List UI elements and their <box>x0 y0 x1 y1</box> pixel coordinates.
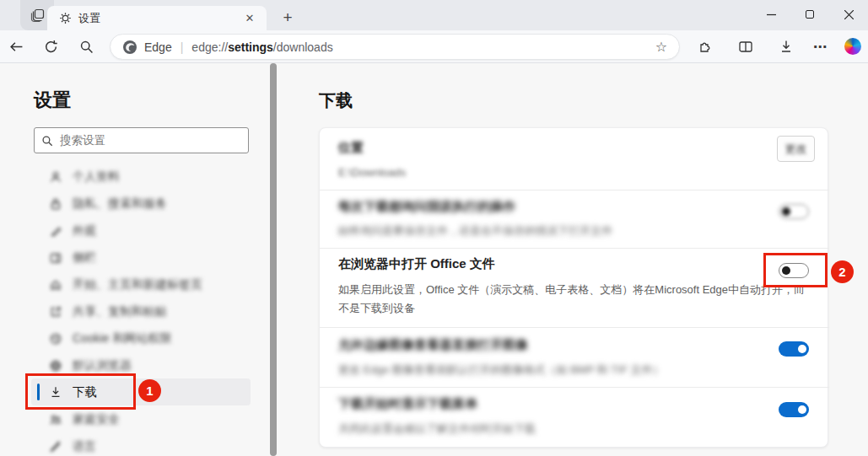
change-location-button[interactable]: 更改 <box>777 136 815 162</box>
appearance-icon <box>49 224 62 238</box>
row-subtitle: 如果启用此设置，Office 文件（演示文稿、电子表格、文档）将在Microso… <box>338 281 816 318</box>
annotation-badge-2: 2 <box>831 260 854 283</box>
settings-title: 设置 <box>34 88 71 113</box>
search-button[interactable] <box>73 34 99 59</box>
split-screen-icon[interactable] <box>733 34 758 59</box>
sidebar-item-label: 侧栏 <box>73 250 96 266</box>
sidebar-item-label: 默认浏览器 <box>73 358 132 373</box>
page-title: 下载 <box>319 89 353 112</box>
more-icon[interactable]: ⋯ <box>807 34 833 59</box>
refresh-button[interactable] <box>38 34 63 59</box>
search-icon <box>41 135 53 147</box>
sidebar-item-sidebar[interactable]: 侧栏 <box>31 244 251 271</box>
back-button[interactable] <box>3 34 29 59</box>
family-icon <box>49 413 62 426</box>
downloads-toolbar-icon[interactable] <box>774 34 799 59</box>
sidebar-scrollbar[interactable] <box>270 63 277 456</box>
row-divider <box>320 248 829 249</box>
location-value: E:\Downloads <box>338 164 816 182</box>
sidebar-item-share-copy-paste[interactable]: 共享、复制和粘贴 <box>31 298 251 325</box>
edge-logo-icon <box>122 40 137 55</box>
row-subtitle: 始终询问是要保存文件，还是在不保存的情况下打开文件 <box>338 222 816 240</box>
annotation-badge-1: 1 <box>138 379 161 402</box>
tab-strip: 设置 ✕ + <box>0 0 868 30</box>
row-divider <box>320 190 829 190</box>
tab-close-icon[interactable]: ✕ <box>241 10 258 27</box>
workspaces-icon <box>30 8 45 23</box>
row-divider <box>320 327 829 328</box>
annotation-box-office-toggle <box>763 253 828 287</box>
row-title: 在浏览器中打开 Office 文件 <box>338 256 495 272</box>
extensions-icon[interactable] <box>693 34 718 59</box>
omnibox-divider: | <box>181 40 184 54</box>
gear-icon <box>59 12 72 24</box>
annotation-box-downloads <box>25 373 136 410</box>
profile-icon <box>49 170 62 184</box>
close-button[interactable] <box>829 0 868 29</box>
search-input[interactable] <box>60 134 220 147</box>
tab-settings[interactable]: 设置 ✕ <box>47 6 267 30</box>
sidebar-item-label: 家庭安全 <box>73 412 120 427</box>
sidebar-item-label: Cookie 和网站权限 <box>73 331 171 346</box>
settings-search-box[interactable] <box>34 127 249 153</box>
location-title: 位置 <box>338 140 364 156</box>
privacy-icon <box>49 197 62 211</box>
new-tab-button[interactable]: + <box>277 7 299 29</box>
row-subtitle: 关闭此设置会难以了解文件何时开始下载 <box>338 420 816 438</box>
toggle-image-viewer[interactable] <box>779 341 809 357</box>
sidebar-item-privacy[interactable]: 隐私、搜索和服务 <box>31 190 251 217</box>
browser-toolbar: Edge | edge://settings/downloads ☆ ⋯ <box>0 30 868 63</box>
toggle-show-downloads-menu[interactable] <box>779 402 809 417</box>
maximize-icon <box>806 10 814 19</box>
sidebar-item-profile[interactable]: 个人资料 <box>31 164 251 190</box>
minimize-button[interactable] <box>752 0 790 29</box>
maximize-button[interactable] <box>790 0 829 29</box>
home-icon <box>49 278 62 292</box>
pen-icon <box>49 440 62 453</box>
toggle-ask-each-download[interactable] <box>779 204 809 219</box>
sidebar-item-label: 个人资料 <box>73 169 120 185</box>
sidebar-item-label: 外观 <box>73 223 96 239</box>
address-bar[interactable]: Edge | edge://settings/downloads ☆ <box>110 34 680 60</box>
row-divider <box>320 387 829 388</box>
copilot-icon[interactable] <box>840 34 865 59</box>
sidebar-item-label: 共享、复制和粘贴 <box>73 304 167 319</box>
sidebar-item-label: 隐私、搜索和服务 <box>73 196 167 212</box>
sidebar-item-label: 开始、主页和新建标签页 <box>73 277 202 292</box>
site-label: Edge <box>144 40 172 54</box>
sidebar-item-family-safety[interactable]: 家庭安全 <box>31 406 251 433</box>
browser-icon <box>49 359 62 373</box>
tab-title: 设置 <box>78 11 241 26</box>
sidebar-panel-icon <box>49 251 62 265</box>
share-icon <box>49 305 62 319</box>
sidebar-item-appearance[interactable]: 外观 <box>31 217 251 244</box>
downloads-settings-card: 位置 E:\Downloads 更改 每次下载都询问我该执行的操作 始终询问是要… <box>319 127 828 448</box>
favorite-star-icon[interactable]: ☆ <box>650 36 672 58</box>
sidebar-item-label: 语言 <box>73 439 96 454</box>
url-text: edge://settings/downloads <box>191 40 332 54</box>
row-title: 下载开始时显示下载菜单 <box>338 396 477 412</box>
sidebar-item-cookies[interactable]: Cookie 和网站权限 <box>31 325 251 352</box>
row-title: 允许边缘图像查看器直接打开图像 <box>338 337 528 353</box>
sidebar-item-languages[interactable]: 语言 <box>31 433 251 456</box>
cookie-icon <box>49 332 62 346</box>
row-title: 每次下载都询问我该执行的操作 <box>338 199 515 215</box>
sidebar-item-start-home[interactable]: 开始、主页和新建标签页 <box>31 271 251 298</box>
window-controls <box>752 0 868 30</box>
row-subtitle: 更改 Edge 图像查看器默认打开的图像格式（如 BMP 和 TIF 文件） <box>338 361 816 379</box>
